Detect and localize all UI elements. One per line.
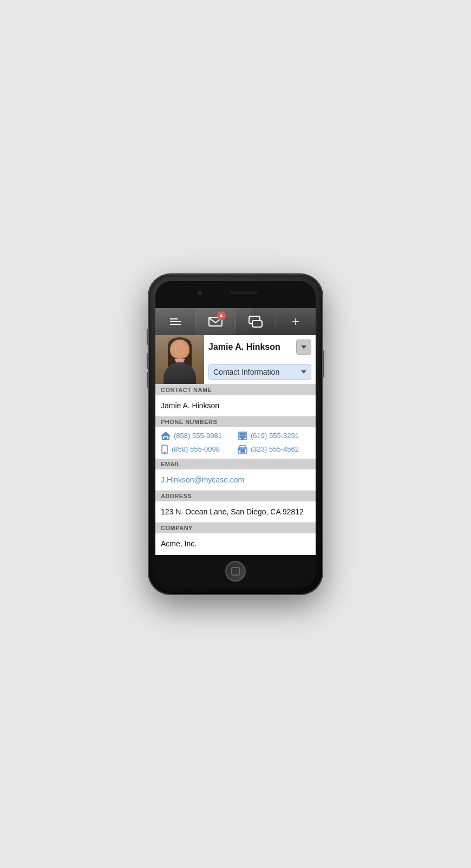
mobile-icon <box>161 445 168 454</box>
contact-info-header: Jamie A. Hinkson Contact Information <box>204 335 316 384</box>
content-area[interactable]: CONTACT NAME Jamie A. Hinkson PHONE NUMB… <box>155 384 316 555</box>
chat-icon <box>248 316 263 328</box>
phone-item-office: (619) 555-3291 <box>238 432 310 440</box>
phone-fax-number[interactable]: (323) 555-4562 <box>251 445 299 453</box>
svg-rect-19 <box>241 449 245 452</box>
fax-icon <box>238 445 247 454</box>
camera <box>198 291 202 295</box>
contact-name-row: Jamie A. Hinkson <box>208 340 311 355</box>
email-header: EMAIL <box>155 459 316 469</box>
phone-item-fax: (323) 555-4562 <box>238 445 310 454</box>
svg-rect-17 <box>240 446 245 449</box>
contact-name: Jamie A. Hinkson <box>208 342 293 352</box>
svg-rect-12 <box>242 436 244 438</box>
list-button[interactable] <box>155 308 195 335</box>
section-dropdown[interactable]: Contact Information <box>208 364 311 380</box>
svg-point-16 <box>164 452 165 453</box>
svg-rect-10 <box>244 433 245 435</box>
email-value[interactable]: J.Hinkson@mycase.com <box>161 475 244 484</box>
phone-numbers-grid: (858) 555-9981 <box>155 427 316 459</box>
screen: 4 + <box>155 308 316 555</box>
company-row: Acme, Inc. <box>155 533 316 554</box>
photo-face <box>170 340 189 359</box>
contact-name-value: Jamie A. Hinkson <box>161 401 219 410</box>
svg-rect-9 <box>242 433 244 435</box>
address-row: 123 N. Ocean Lane, San Diego, CA 92812 <box>155 501 316 523</box>
phone-item-home: (858) 555-9981 <box>161 432 233 440</box>
message-button[interactable]: 4 <box>195 308 235 335</box>
message-badge: 4 <box>217 311 226 320</box>
chat-button[interactable] <box>236 308 276 335</box>
email-row: J.Hinkson@mycase.com <box>155 469 316 491</box>
svg-rect-11 <box>240 436 241 438</box>
speaker <box>230 291 257 294</box>
section-dropdown-label: Contact Information <box>213 368 301 376</box>
bottom-bezel <box>155 555 316 588</box>
home-button-inner <box>231 567 240 576</box>
phone-item-mobile: (858) 555-0098 <box>161 445 233 454</box>
svg-marker-4 <box>161 432 170 436</box>
svg-rect-20 <box>239 449 240 450</box>
section-dropdown-arrow-icon <box>301 370 306 374</box>
contact-name-header: CONTACT NAME <box>155 384 316 395</box>
top-bezel <box>155 281 316 308</box>
contact-name-row-data: Jamie A. Hinkson <box>155 395 316 416</box>
phone-office-number[interactable]: (619) 555-3291 <box>251 432 299 440</box>
svg-rect-2 <box>252 321 262 327</box>
svg-rect-13 <box>244 436 245 438</box>
phone-device: 4 + <box>149 275 322 594</box>
phone-inner: 4 + <box>155 281 316 588</box>
phone-mobile-number[interactable]: (858) 555-0098 <box>172 445 220 453</box>
list-icon <box>170 318 181 325</box>
house-icon <box>161 432 171 440</box>
svg-rect-14 <box>241 438 244 440</box>
toolbar: 4 + <box>155 308 316 335</box>
phone-home-number[interactable]: (858) 555-9981 <box>174 432 222 440</box>
contact-header: Jamie A. Hinkson Contact Information <box>155 335 316 384</box>
building-icon <box>238 432 247 440</box>
contact-photo <box>155 335 204 384</box>
dropdown-arrow-icon <box>301 345 306 349</box>
company-header: COMPANY <box>155 523 316 533</box>
svg-rect-8 <box>240 433 241 435</box>
add-icon: + <box>292 315 299 328</box>
phone-numbers-header: PHONE NUMBERS <box>155 416 316 427</box>
address-value: 123 N. Ocean Lane, San Diego, CA 92812 <box>161 507 304 516</box>
address-header: ADDRESS <box>155 491 316 501</box>
add-button[interactable]: + <box>276 308 316 335</box>
svg-rect-6 <box>165 438 167 440</box>
home-button[interactable] <box>225 561 246 582</box>
contact-dropdown-button[interactable] <box>296 340 311 355</box>
company-value: Acme, Inc. <box>161 539 197 548</box>
